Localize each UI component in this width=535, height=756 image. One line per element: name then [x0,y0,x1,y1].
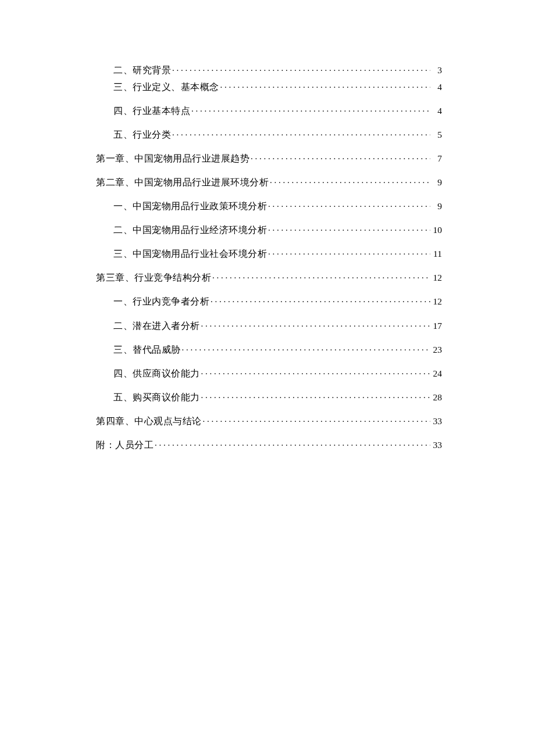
toc-leader-dots [155,439,430,449]
toc-leader-dots [172,64,430,73]
toc-entry-label: 五、行业分类 [113,130,171,141]
toc-entry-page: 5 [431,130,442,141]
toc-entry-page: 33 [431,416,442,427]
toc-leader-dots [201,320,431,329]
toc-entry-label: 一、中国宠物用品行业政策环境分析 [113,201,267,212]
toc-entry-label: 四、行业基本特点 [113,106,190,117]
toc-entry: 三、替代品威胁23 [96,343,442,355]
toc-entry-page: 12 [431,296,442,307]
toc-leader-dots [203,415,431,424]
toc-entry-label: 三、行业定义、基本概念 [113,82,219,93]
toc-entry-label: 二、研究背景 [113,65,171,76]
toc-entry-page: 28 [431,392,442,403]
toc-leader-dots [270,176,430,185]
toc-entry-label: 第二章、中国宠物用品行业进展环境分析 [96,177,269,188]
toc-entry-label: 二、潜在进入者分析 [113,321,200,332]
toc-entry: 附：人员分工33 [96,439,442,451]
toc-leader-dots [201,367,431,377]
toc-entry-label: 二、中国宠物用品行业经济环境分析 [113,225,267,236]
toc-leader-dots [211,296,430,305]
toc-entry-page: 4 [431,82,442,93]
toc-entry: 一、中国宠物用品行业政策环境分析9 [96,200,442,212]
toc-entry-label: 三、替代品威胁 [113,345,181,356]
toc-entry: 第四章、中心观点与结论33 [96,415,442,427]
toc-entry: 二、潜在进入者分析17 [96,320,442,331]
toc-leader-dots [251,152,430,162]
toc-leader-dots [191,105,430,114]
toc-entry-page: 17 [431,321,442,332]
toc-leader-dots [212,272,430,281]
toc-entry-page: 23 [431,345,442,356]
toc-leader-dots [182,343,431,353]
toc-entry: 三、行业定义、基本概念4 [96,81,442,92]
toc-entry: 五、购买商议价能力28 [96,391,442,403]
toc-entry-label: 三、中国宠物用品行业社会环境分析 [113,249,267,260]
toc-entry-label: 第四章、中心观点与结论 [96,416,202,427]
toc-leader-dots [268,248,430,257]
toc-entry-label: 附：人员分工 [96,440,154,451]
toc-entry-label: 四、供应商议价能力 [113,368,200,379]
toc-entry-page: 9 [431,201,442,212]
toc-entry: 二、研究背景3 [96,64,442,76]
document-page: 二、研究背景3三、行业定义、基本概念4四、行业基本特点4五、行业分类5第一章、中… [0,0,535,451]
toc-entry: 第三章、行业竞争结构分析12 [96,272,442,284]
toc-leader-dots [172,128,430,138]
toc-leader-dots [220,81,431,90]
toc-entry-label: 第三章、行业竞争结构分析 [96,273,211,284]
toc-entry-page: 4 [431,106,442,117]
toc-entry-page: 12 [431,273,442,284]
toc-entry: 第一章、中国宠物用品行业进展趋势7 [96,152,442,164]
toc-entry-page: 9 [431,177,442,188]
toc-entry: 第二章、中国宠物用品行业进展环境分析9 [96,176,442,188]
toc-entry: 四、供应商议价能力24 [96,367,442,379]
toc-entry-page: 11 [431,249,442,260]
toc-entry-page: 3 [431,65,442,76]
toc-entry: 五、行业分类5 [96,128,442,140]
toc-entry: 二、中国宠物用品行业经济环境分析10 [96,224,442,236]
toc-entry: 三、中国宠物用品行业社会环境分析11 [96,248,442,260]
toc-entry-label: 五、购买商议价能力 [113,392,200,403]
toc-entry-page: 10 [431,225,442,236]
toc-entry-label: 第一章、中国宠物用品行业进展趋势 [96,153,249,164]
toc-leader-dots [201,391,431,400]
toc-entry-page: 24 [431,368,442,379]
toc-entry-page: 33 [431,440,442,451]
toc-entry-page: 7 [431,153,442,164]
toc-entry: 一、行业内竞争者分析12 [96,296,442,307]
table-of-contents: 二、研究背景3三、行业定义、基本概念4四、行业基本特点4五、行业分类5第一章、中… [96,64,442,451]
toc-leader-dots [268,224,430,234]
toc-entry: 四、行业基本特点4 [96,105,442,116]
toc-entry-label: 一、行业内竞争者分析 [113,296,209,307]
toc-leader-dots [268,200,430,210]
